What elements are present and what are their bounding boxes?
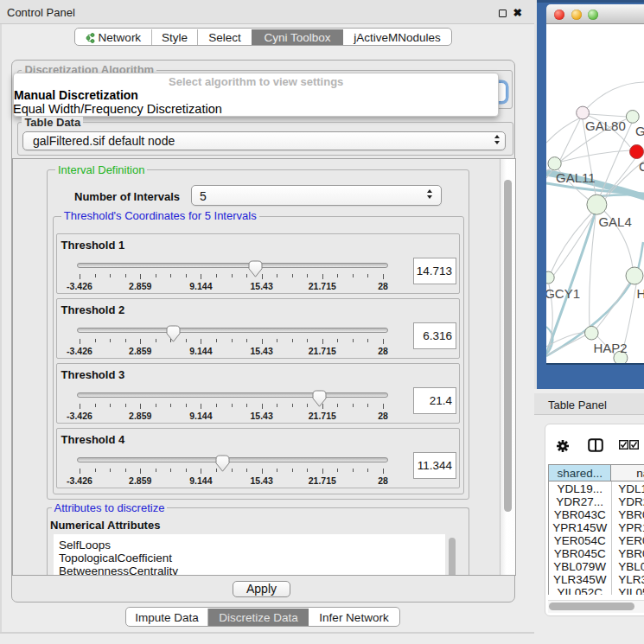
svg-text:HAP2: HAP2: [593, 341, 627, 355]
svg-text:GAL11: GAL11: [556, 170, 596, 185]
svg-text:GCY1: GCY1: [546, 286, 580, 301]
svg-text:GA: GA: [634, 124, 643, 138]
svg-text:GAL4: GAL4: [598, 214, 631, 229]
svg-text:C: C: [638, 159, 643, 174]
svg-text:GAL80: GAL80: [585, 118, 626, 133]
svg-text:H: H: [636, 286, 644, 301]
